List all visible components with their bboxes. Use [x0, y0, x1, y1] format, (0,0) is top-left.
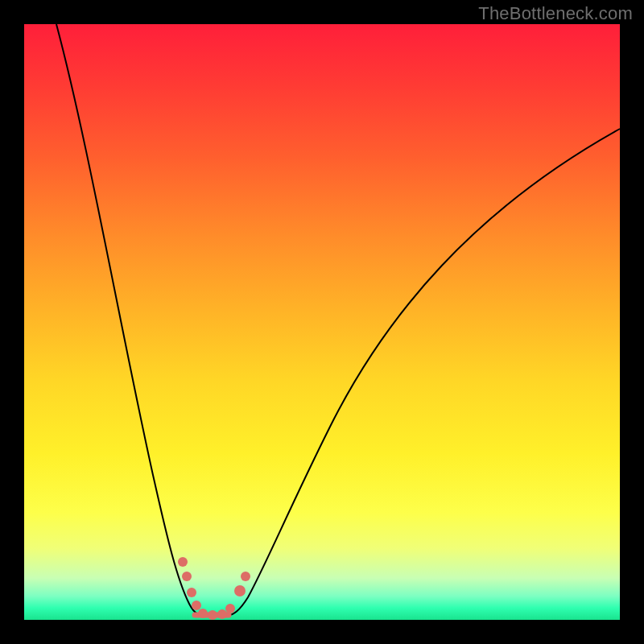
marker-dot: [234, 585, 246, 597]
watermark-text: TheBottleneck.com: [478, 3, 633, 24]
marker-dot: [178, 557, 188, 567]
marker-dot: [192, 601, 201, 610]
curve-markers: [178, 557, 250, 620]
bottleneck-curve-svg: [24, 24, 620, 620]
marker-dot: [198, 609, 208, 618]
left-curve-branch: [56, 24, 204, 616]
marker-dot: [182, 572, 192, 581]
marker-dot: [217, 609, 227, 619]
marker-dot: [187, 588, 196, 597]
marker-dot: [241, 572, 250, 581]
right-curve-branch: [225, 129, 620, 616]
chart-plot-area: [24, 24, 620, 620]
marker-dot: [208, 610, 217, 620]
marker-dot: [225, 604, 235, 613]
